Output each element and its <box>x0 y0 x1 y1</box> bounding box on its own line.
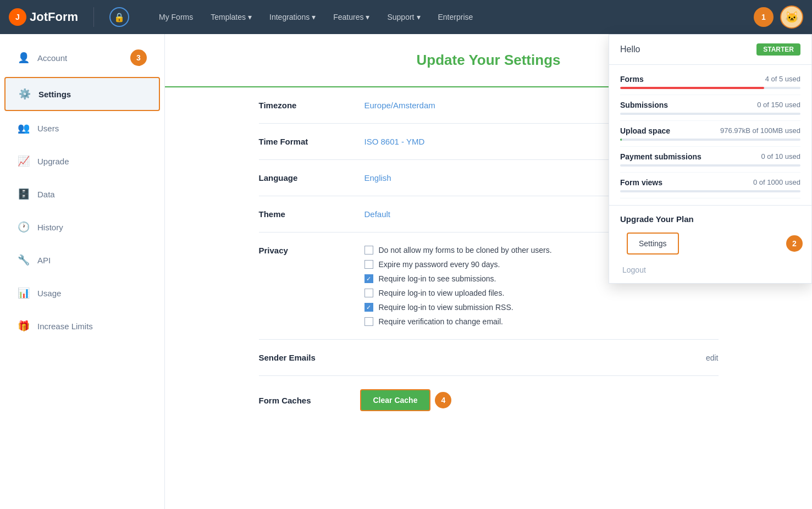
notification-badge[interactable]: 1 <box>754 7 774 27</box>
usage-submissions-row: Submissions 0 of 150 used <box>620 101 800 109</box>
usage-forms-bar <box>620 87 800 89</box>
usage-upload-name: Upload space <box>620 126 670 135</box>
usage-upload-row: Upload space 976.97kB of 100MB used <box>620 126 800 135</box>
support-arrow-icon: ▾ <box>417 13 421 21</box>
privacy-checkbox-4[interactable]: ✓ <box>364 303 373 312</box>
privacy-option-4[interactable]: ✓ Require log-in to view submission RSS. <box>364 303 552 312</box>
dropdown-header: Hello STARTER <box>609 35 811 65</box>
nav-divider <box>93 7 94 27</box>
usage-section: Forms 4 of 5 used Submissions 0 of 150 u… <box>609 65 811 205</box>
sidebar-item-settings[interactable]: ⚙️ Settings <box>4 77 160 111</box>
privacy-checkbox-0[interactable] <box>364 246 373 254</box>
page-title-text: Update Your <box>417 52 504 68</box>
privacy-option-3[interactable]: Require log-in to view uploaded files. <box>364 289 552 297</box>
sender-emails-label: Sender Emails <box>259 353 347 362</box>
dropdown-hello: Hello <box>620 45 640 54</box>
top-navigation: J JotForm 🔒 My Forms Templates ▾ Integra… <box>0 0 812 34</box>
usage-submissions-bar <box>620 113 800 115</box>
usage-upload-bar <box>620 139 800 141</box>
usage-payment: Payment submissions 0 of 10 used <box>620 147 800 173</box>
users-icon: 👥 <box>18 122 30 134</box>
upgrade-plan-title: Upgrade Your Plan <box>609 205 811 228</box>
usage-views-bar <box>620 190 800 192</box>
sidebar-item-upgrade[interactable]: 📈 Upgrade <box>4 145 160 177</box>
privacy-option-1[interactable]: Expire my password every 90 days. <box>364 260 552 269</box>
history-icon: 🕐 <box>18 221 30 233</box>
integrations-arrow-icon: ▾ <box>312 13 316 21</box>
clear-cache-button[interactable]: Clear Cache <box>360 389 431 411</box>
privacy-option-0-text: Do not allow my forms to be cloned by ot… <box>379 246 552 254</box>
annotation-2: 2 <box>786 235 803 252</box>
sidebar-item-history[interactable]: 🕐 History <box>4 211 160 243</box>
nav-right: 1 🐱 <box>754 5 803 29</box>
sidebar-label-usage: Usage <box>37 289 61 298</box>
usage-submissions-count: 0 of 150 used <box>757 101 800 109</box>
notification-count: 1 <box>761 13 766 21</box>
nav-enterprise[interactable]: Enterprise <box>430 8 481 26</box>
usage-upload-count: 976.97kB of 100MB used <box>720 126 800 135</box>
sidebar-label-increase-limits: Increase Limits <box>37 322 93 331</box>
nav-support[interactable]: Support ▾ <box>379 8 428 26</box>
sidebar-item-users[interactable]: 👥 Users <box>4 112 160 144</box>
sidebar-label-account: Account <box>37 53 67 63</box>
privacy-checkbox-3[interactable] <box>364 289 373 297</box>
upgrade-icon: 📈 <box>18 155 30 167</box>
privacy-checkbox-5[interactable] <box>364 317 373 326</box>
privacy-label: Privacy <box>259 246 347 255</box>
user-avatar[interactable]: 🐱 <box>780 5 803 29</box>
dropdown-settings-link[interactable]: Settings <box>627 233 679 254</box>
my-forms-label: My Forms <box>159 13 193 21</box>
sender-emails-edit[interactable]: edit <box>706 353 719 362</box>
privacy-option-5[interactable]: Require verification to change email. <box>364 317 552 326</box>
privacy-options: Do not allow my forms to be cloned by ot… <box>364 246 552 326</box>
privacy-checkbox-2[interactable]: ✓ <box>364 274 373 283</box>
sidebar: 👤 Account 3 ⚙️ Settings 👥 Users 📈 Upgrad… <box>0 34 165 509</box>
time-format-value: ISO 8601 - YMD <box>364 137 425 146</box>
sidebar-item-usage[interactable]: 📊 Usage <box>4 277 160 309</box>
usage-views: Form views 0 of 1000 used <box>620 173 800 198</box>
form-caches-label: Form Caches <box>259 396 347 405</box>
sender-emails-row: Sender Emails edit <box>259 340 719 376</box>
nav-my-forms[interactable]: My Forms <box>151 8 201 26</box>
time-format-label: Time Format <box>259 137 347 146</box>
logo-icon: J <box>9 8 26 26</box>
sidebar-item-api[interactable]: 🔧 API <box>4 244 160 276</box>
account-icon: 👤 <box>18 52 30 64</box>
privacy-checkbox-1[interactable] <box>364 260 373 269</box>
usage-views-count: 0 of 1000 used <box>753 178 800 187</box>
language-value: English <box>364 173 391 182</box>
nav-links: My Forms Templates ▾ Integrations ▾ Feat… <box>151 8 754 26</box>
starter-badge: STARTER <box>756 43 800 56</box>
dropdown-logout-link[interactable]: Logout <box>611 259 809 283</box>
usage-views-row: Form views 0 of 1000 used <box>620 178 800 187</box>
sidebar-label-api: API <box>37 256 51 265</box>
features-arrow-icon: ▾ <box>366 13 369 21</box>
integrations-label: Integrations <box>269 13 310 21</box>
usage-submissions-name: Submissions <box>620 101 668 109</box>
usage-forms-name: Forms <box>620 75 644 84</box>
sidebar-item-data[interactable]: 🗄️ Data <box>4 178 160 210</box>
sidebar-label-data: Data <box>37 190 55 199</box>
language-label: Language <box>259 173 347 182</box>
timezone-value: Europe/Amsterdam <box>364 101 435 110</box>
privacy-option-0[interactable]: Do not allow my forms to be cloned by ot… <box>364 246 552 254</box>
privacy-option-5-text: Require verification to change email. <box>379 317 503 326</box>
privacy-option-3-text: Require log-in to view uploaded files. <box>379 289 505 297</box>
sidebar-item-increase-limits[interactable]: 🎁 Increase Limits <box>4 310 160 342</box>
nav-integrations[interactable]: Integrations ▾ <box>262 8 323 26</box>
support-label: Support <box>387 13 414 21</box>
theme-value: Default <box>364 209 391 219</box>
logo[interactable]: J JotForm <box>9 8 78 26</box>
nav-templates[interactable]: Templates ▾ <box>203 8 259 26</box>
sidebar-label-settings: Settings <box>38 90 71 99</box>
usage-upload-fill <box>620 139 622 141</box>
user-dropdown-panel: Hello STARTER Forms 4 of 5 used Submissi… <box>609 34 812 284</box>
nav-features[interactable]: Features ▾ <box>325 8 377 26</box>
usage-forms-count: 4 of 5 used <box>765 75 800 84</box>
sidebar-item-account[interactable]: 👤 Account 3 <box>4 40 160 76</box>
privacy-option-1-text: Expire my password every 90 days. <box>379 260 500 269</box>
annotation-3: 3 <box>130 49 147 66</box>
privacy-option-2[interactable]: ✓ Require log-in to see submissions. <box>364 274 552 283</box>
form-caches-action: Clear Cache 4 <box>360 389 452 411</box>
annotation-4: 4 <box>435 392 451 408</box>
